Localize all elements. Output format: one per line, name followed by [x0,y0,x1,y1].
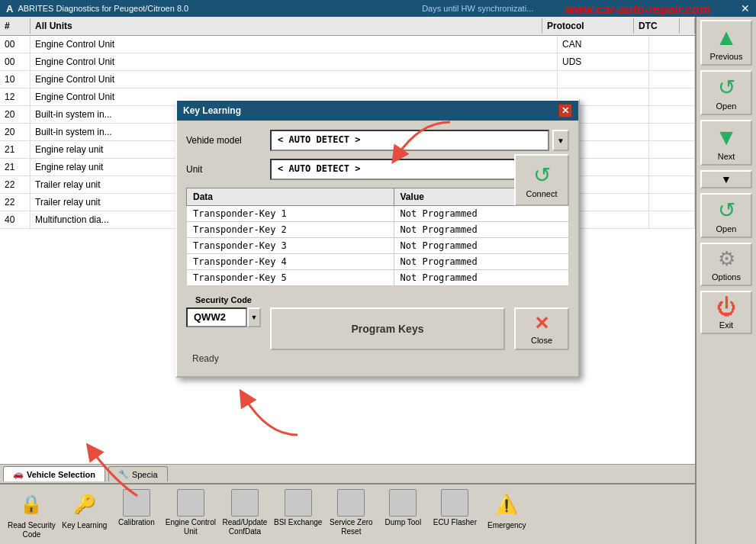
key-row: Transponder-Key 5 Not Programmed [187,270,569,286]
close-x-icon: ✕ [534,313,549,334]
data-column-header: Data [187,188,394,206]
key-value: Not Programmed [394,270,568,286]
watermark: www.car-auto-repair.com [565,3,710,17]
key-name: Transponder-Key 5 [187,270,394,286]
arrow-key-learning [76,443,153,504]
key-learning-dialog: Key Learning ✕ Vehide model < AUTO DETEC… [175,99,580,378]
vehicle-model-select[interactable]: < AUTO DETECT > [270,130,549,151]
dialog-close-x-button[interactable]: ✕ [558,104,572,117]
key-value: Not Programmed [394,238,568,254]
security-code-select[interactable]: QWW2 [186,307,247,327]
connect-refresh-icon: ↺ [533,163,551,188]
security-code-label: Security Code [186,295,261,304]
bottom-actions: Security Code QWW2 ▼ Program Keys ✕ Clos… [186,295,569,350]
close-dialog-button[interactable]: ✕ Close [514,307,569,350]
key-value: Not Programmed [394,222,568,238]
vehicle-model-row: Vehide model < AUTO DETECT > ▼ [186,130,569,151]
key-row: Transponder-Key 4 Not Programmed [187,254,569,270]
vehicle-model-label: Vehide model [186,135,262,146]
unit-label: Unit [186,164,262,175]
close-label: Close [531,336,552,345]
modal-overlay: Key Learning ✕ Vehide model < AUTO DETEC… [0,0,756,544]
key-name: Transponder-Key 2 [187,222,394,238]
security-code-group: Security Code QWW2 ▼ [186,295,261,350]
dialog-body: Vehide model < AUTO DETECT > ▼ Unit < AU… [177,121,578,376]
connect-button[interactable]: ↺ Connect [514,154,569,206]
keys-table: Data Value Transponder-Key 1 Not Program… [186,188,569,286]
program-keys-label: Program Keys [352,323,424,335]
status-text: Ready [192,353,219,364]
dialog-status-bar: Ready [186,350,569,367]
arrow-security-code [221,374,313,443]
dialog-title-bar: Key Learning ✕ [177,101,578,121]
key-row: Transponder-Key 3 Not Programmed [187,238,569,254]
vehicle-model-select-container: < AUTO DETECT > ▼ [270,130,569,151]
key-value: Not Programmed [394,254,568,270]
program-keys-button[interactable]: Program Keys [270,307,505,350]
unit-select[interactable]: < AUTO DETECT > [270,159,549,180]
key-name: Transponder-Key 4 [187,254,394,270]
connect-label: Connect [526,189,558,198]
security-dropdown-arrow[interactable]: ▼ [247,307,261,327]
key-name: Transponder-Key 3 [187,238,394,254]
key-value: Not Programmed [394,206,568,222]
vehicle-model-dropdown-arrow[interactable]: ▼ [552,130,569,151]
security-select-wrap: QWW2 ▼ [186,307,261,327]
unit-row: Unit < AUTO DETECT > ▼ [186,159,569,180]
key-row: Transponder-Key 1 Not Programmed [187,206,569,222]
key-row: Transponder-Key 2 Not Programmed [187,222,569,238]
dialog-title: Key Learning [183,105,241,116]
key-name: Transponder-Key 1 [187,206,394,222]
